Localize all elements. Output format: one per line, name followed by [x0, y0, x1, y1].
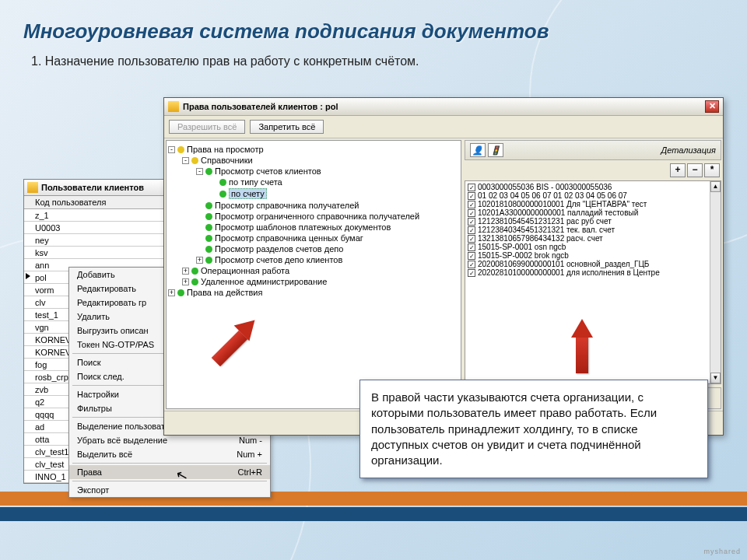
checkbox-icon[interactable]: ✓ — [468, 184, 475, 191]
detail-pane: 👤 🚦 Детализация + − * ✓0003000055036 BIS… — [465, 140, 721, 409]
spacer — [196, 224, 203, 231]
spacer — [196, 246, 203, 253]
users-window-titlebar: Пользователи клиентов — [24, 180, 178, 196]
tree-node[interactable]: -Права на просмотр — [168, 144, 459, 155]
status-bullet-icon — [205, 257, 212, 264]
checkbox-icon[interactable]: ✓ — [468, 252, 475, 260]
watermark: myshared — [703, 548, 741, 555]
status-bullet-icon — [191, 268, 198, 275]
tree-label: Удаленное администрирование — [201, 277, 327, 286]
tree-label: Операционная работа — [201, 266, 289, 275]
checkbox-icon[interactable]: ✓ — [468, 235, 475, 243]
checkbox-icon[interactable]: ✓ — [468, 269, 475, 277]
users-window-title: Пользователи клиентов — [41, 183, 144, 192]
tree-node[interactable]: +Права на действия — [168, 287, 459, 298]
status-bullet-icon — [205, 168, 212, 175]
users-column-header[interactable]: Код пользователя — [24, 196, 178, 209]
status-bullet-icon — [205, 246, 212, 253]
rights-toolbar: Разрешить всё Запретить всё — [164, 116, 723, 138]
account-row[interactable]: ✓12123840345451321321 тек. вал. счет — [467, 226, 719, 234]
account-row[interactable]: ✓10201A33000000000001 палладий тестовый — [467, 208, 719, 217]
expand-icon[interactable]: + — [168, 289, 175, 296]
account-row[interactable]: ✓15015-SP-0001 osn ngcb — [467, 243, 719, 251]
expand-icon[interactable]: + — [196, 257, 203, 264]
user-row[interactable]: z_1 — [24, 209, 178, 222]
checkbox-icon[interactable]: ✓ — [468, 243, 475, 251]
account-row[interactable]: ✓15015-SP-0002 brok ngcb — [467, 251, 719, 260]
account-row[interactable]: ✓20202810100000000001 для исполнения в Ц… — [467, 268, 719, 277]
callout-note: В правой части указываются счета организ… — [359, 380, 708, 478]
traffic-light-icon: 🚦 — [488, 143, 503, 157]
all-button[interactable]: * — [704, 163, 720, 177]
account-row[interactable]: ✓12123810545451231231 рас руб счет — [467, 217, 719, 226]
close-button[interactable]: ✕ — [705, 100, 719, 113]
rights-tree[interactable]: -Права на просмотр-Справочники-Просмотр … — [166, 140, 461, 409]
detail-label: Детализация — [661, 145, 717, 155]
spacer — [196, 235, 203, 242]
tree-label: Просмотр справочника ценных бумаг — [215, 233, 363, 243]
tree-node[interactable]: Просмотр ограниченного справочника получ… — [168, 211, 459, 222]
tree-label: Просмотр счетов клиентов — [215, 166, 321, 176]
checkbox-icon[interactable]: ✓ — [468, 201, 475, 208]
tree-node[interactable]: Просмотр шаблонов платежных документов — [168, 222, 459, 233]
tree-label: Справочники — [201, 156, 253, 165]
status-bullet-icon — [205, 202, 212, 209]
expand-icon[interactable]: + — [182, 268, 189, 275]
arrow-icon — [576, 334, 588, 373]
deny-all-button[interactable]: Запретить всё — [250, 120, 324, 134]
arrow-head-icon — [571, 319, 593, 338]
tree-node[interactable]: Просмотр разделов счетов депо — [168, 243, 459, 254]
account-row[interactable]: ✓20200810699000000101 основной_раздел_ГЦ… — [467, 260, 719, 268]
spacer — [196, 202, 203, 209]
rights-window-title: Права пользователей клиентов : pol — [183, 102, 338, 111]
remove-button[interactable]: − — [687, 163, 703, 177]
app-icon — [27, 182, 38, 193]
tree-node[interactable]: по типу счета — [168, 177, 459, 187]
account-row[interactable]: ✓01 02 03 04 05 06 07 01 02 03 04 05 06 … — [467, 191, 719, 200]
user-icon: 👤 — [470, 143, 486, 157]
tree-node[interactable]: Просмотр справочника ценных бумаг — [168, 233, 459, 243]
menu-item[interactable]: ПраваCtrl+R — [69, 465, 270, 479]
scroll-up-icon[interactable]: ▲ — [710, 181, 721, 192]
tree-label: Права на действия — [187, 288, 262, 297]
scroll-down-icon[interactable]: ▼ — [710, 373, 721, 383]
status-bullet-icon — [177, 289, 184, 296]
collapse-icon[interactable]: - — [168, 146, 175, 153]
tree-node[interactable]: +Просмотр счетов депо клиентов — [168, 254, 459, 265]
tree-node[interactable]: +Удаленное администрирование — [168, 276, 459, 287]
account-row[interactable]: ✓13213810657986434132 расч. счет — [467, 234, 719, 243]
tree-node[interactable]: -Просмотр счетов клиентов — [168, 166, 459, 177]
user-row[interactable]: ksv — [24, 247, 178, 259]
checkbox-icon[interactable]: ✓ — [468, 209, 475, 217]
tree-node[interactable]: -Справочники — [168, 155, 459, 166]
tree-node[interactable]: Просмотр справочника получателей — [168, 200, 459, 211]
collapse-icon[interactable]: - — [196, 168, 203, 175]
tree-label: Права на просмотр — [187, 145, 264, 154]
user-row[interactable]: U0003 — [24, 222, 178, 234]
spacer — [196, 213, 203, 220]
checkbox-icon[interactable]: ✓ — [468, 261, 475, 268]
accounts-list[interactable]: ✓0003000055036 BIS - 0003000055036✓01 02… — [465, 180, 721, 384]
tree-label: Просмотр разделов счетов депо — [215, 244, 343, 254]
expand-icon[interactable]: + — [182, 278, 189, 285]
collapse-icon[interactable]: - — [182, 157, 189, 164]
status-bullet-icon — [191, 157, 198, 164]
tree-node[interactable]: +Операционная работа — [168, 265, 459, 276]
tree-node[interactable]: по счету — [168, 187, 459, 200]
status-bullet-icon — [205, 224, 212, 231]
status-bullet-icon — [177, 146, 184, 153]
checkbox-icon[interactable]: ✓ — [468, 218, 475, 226]
menu-item[interactable]: Выделить всёNum + — [69, 447, 270, 461]
checkbox-icon[interactable]: ✓ — [468, 192, 475, 200]
menu-item[interactable]: Экспорт — [69, 483, 270, 497]
account-row[interactable]: ✓0003000055036 BIS - 0003000055036 — [467, 183, 719, 191]
checkbox-icon[interactable]: ✓ — [468, 226, 475, 234]
rights-titlebar: Права пользователей клиентов : pol ✕ — [164, 98, 723, 116]
add-button[interactable]: + — [670, 163, 686, 177]
spacer — [210, 191, 217, 198]
tree-label: по счету — [229, 188, 267, 199]
scrollbar[interactable]: ▲ ▼ — [710, 181, 721, 383]
allow-all-button[interactable]: Разрешить всё — [169, 120, 245, 134]
account-row[interactable]: ✓10201810800000010001 Для "ЦЕНТАВРА" тес… — [467, 200, 719, 208]
user-row[interactable]: ney — [24, 234, 178, 247]
